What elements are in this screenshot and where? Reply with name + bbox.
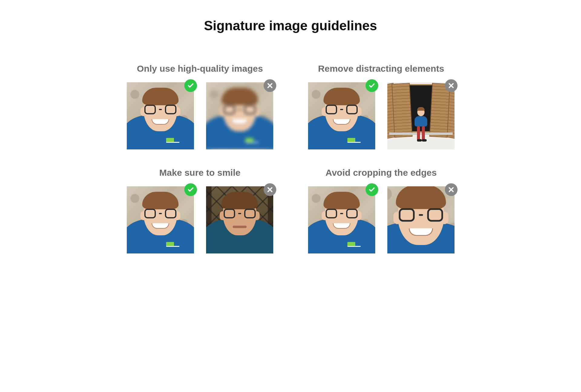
- portrait-blurred-smile: [206, 82, 273, 149]
- good-example: [127, 186, 194, 253]
- portrait-base-smile: [127, 82, 194, 149]
- check-icon: [184, 79, 197, 92]
- guideline-title: Remove distracting elements: [318, 64, 444, 74]
- good-example: [308, 186, 375, 253]
- bad-example: [206, 186, 273, 253]
- check-icon: [366, 79, 378, 92]
- portrait-lattice-neutral: [206, 186, 273, 253]
- guideline-remove-distractions: Remove distracting elements: [307, 64, 455, 149]
- good-example: [308, 82, 375, 149]
- example-pair: [308, 82, 455, 149]
- guideline-smile: Make sure to smile: [126, 168, 274, 253]
- guideline-title: Avoid cropping the edges: [326, 168, 437, 178]
- page-title: Signature image guidelines: [90, 18, 491, 33]
- guideline-avoid-cropping: Avoid cropping the edges: [307, 168, 455, 253]
- guideline-high-quality: Only use high-quality images: [126, 64, 274, 149]
- portrait-base-smile: [127, 186, 194, 253]
- bad-example: [387, 82, 455, 149]
- cross-icon: [264, 183, 276, 196]
- guideline-title: Make sure to smile: [159, 168, 240, 178]
- example-pair: [127, 186, 273, 253]
- example-pair: [308, 186, 455, 253]
- check-icon: [366, 183, 378, 196]
- example-pair: [127, 82, 273, 149]
- bad-example: [387, 186, 455, 253]
- cross-icon: [445, 183, 458, 196]
- portrait-window-sitting: [387, 82, 455, 149]
- check-icon: [184, 183, 197, 196]
- portrait-overcropped-smile: [387, 186, 455, 253]
- good-example: [127, 82, 194, 149]
- portrait-base-smile: [308, 82, 375, 149]
- guideline-title: Only use high-quality images: [137, 64, 263, 74]
- bad-example: [206, 82, 273, 149]
- portrait-base-smile: [308, 186, 375, 253]
- cross-icon: [445, 79, 458, 92]
- guidelines-grid: Only use high-quality images: [90, 64, 491, 266]
- cross-icon: [264, 79, 276, 92]
